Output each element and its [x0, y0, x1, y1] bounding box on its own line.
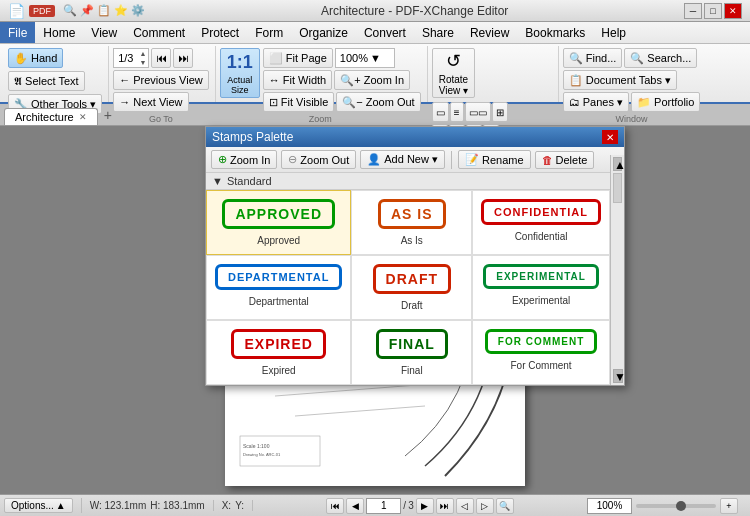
total-pages: 3: [408, 500, 414, 511]
menu-bookmarks[interactable]: Bookmarks: [517, 22, 593, 43]
zoom-dec-button[interactable]: 🔍: [496, 498, 514, 514]
zoom-out-button[interactable]: 🔍− Zoom Out: [336, 92, 420, 112]
select-text-button[interactable]: 𝕬 Select Text: [8, 71, 85, 91]
menu-protect[interactable]: Protect: [193, 22, 247, 43]
next-page-button[interactable]: ▶: [416, 498, 434, 514]
stamp-departmental-cell[interactable]: DEPARTMENTAL Departmental: [206, 255, 351, 320]
go-first-button[interactable]: ⏮: [151, 48, 171, 68]
page-spin[interactable]: 1/3 ▲ ▼: [113, 48, 149, 68]
tab-close-button[interactable]: ✕: [79, 112, 87, 122]
stamps-add-new-button[interactable]: 👤 Add New ▾: [360, 150, 445, 169]
svg-text:Scale 1:100: Scale 1:100: [243, 443, 270, 449]
stamps-title-bar: Stamps Palette ✕: [206, 127, 624, 147]
svg-line-9: [295, 406, 425, 416]
fit-visible-button[interactable]: ⊡ Fit Visible: [263, 92, 335, 112]
fit-width-button[interactable]: ↔ Fit Width: [263, 70, 332, 90]
rotate-view-button[interactable]: ↺ RotateView ▾: [432, 48, 475, 98]
fit-page-button[interactable]: ⬜ Fit Page: [263, 48, 333, 68]
file-menu-icon[interactable]: PDF: [29, 5, 55, 17]
menu-convert[interactable]: Convert: [356, 22, 414, 43]
portfolio-button[interactable]: 📁 Portfolio: [631, 92, 700, 112]
document-tabs-button[interactable]: 📋 Document Tabs ▾: [563, 70, 677, 90]
menu-review[interactable]: Review: [462, 22, 517, 43]
svg-text:Drawing No. ARC-01: Drawing No. ARC-01: [243, 452, 281, 457]
minus-icon: ⊖: [288, 153, 297, 166]
hand-tool-button[interactable]: ✋ Hand: [8, 48, 63, 68]
menu-help[interactable]: Help: [593, 22, 634, 43]
menu-share[interactable]: Share: [414, 22, 462, 43]
stamps-toolbar: ⊕ Zoom In ⊖ Zoom Out 👤 Add New ▾ 📝 Renam…: [206, 147, 624, 173]
stamp-confidential-cell[interactable]: CONFIDENTIAL Confidential: [472, 190, 610, 255]
stamp-draft-cell[interactable]: DRAFT Draft: [351, 255, 472, 320]
scroll-up-button[interactable]: ▲: [613, 157, 622, 171]
section-label: Standard: [227, 175, 272, 187]
options-button[interactable]: Options... ▲: [4, 498, 73, 513]
next-view-button[interactable]: → Next View: [113, 92, 188, 112]
continuous-button[interactable]: ≡: [450, 102, 464, 122]
stamps-title-text: Stamps Palette: [212, 130, 293, 144]
zoom-slider-thumb[interactable]: [676, 501, 686, 511]
menu-form[interactable]: Form: [247, 22, 291, 43]
previous-view-button[interactable]: ← Previous View: [113, 70, 209, 90]
stamps-delete-button[interactable]: 🗑 Delete: [535, 151, 595, 169]
scroll-down-button[interactable]: ▼: [613, 369, 623, 383]
new-tab-button[interactable]: +: [98, 105, 118, 125]
stamp-experimental-cell[interactable]: EXPERIMENTAL Experimental: [472, 255, 610, 320]
menu-comment[interactable]: Comment: [125, 22, 193, 43]
stamp-expired-cell[interactable]: EXPIRED Expired: [206, 320, 351, 385]
stamps-zoom-out-button[interactable]: ⊖ Zoom Out: [281, 150, 356, 169]
prev-page-button[interactable]: ◀: [346, 498, 364, 514]
close-button[interactable]: ✕: [724, 3, 742, 19]
final-stamp: FINAL: [376, 329, 448, 359]
find-button[interactable]: 🔍 Find...: [563, 48, 623, 68]
search-button[interactable]: 🔍 Search...: [624, 48, 697, 68]
pan-left-button[interactable]: ◁: [456, 498, 474, 514]
stamps-close-button[interactable]: ✕: [602, 130, 618, 144]
page-down-arrow[interactable]: ▼: [137, 58, 148, 67]
panes-button[interactable]: 🗂 Panes ▾: [563, 92, 629, 112]
for-comment-label: For Comment: [510, 360, 571, 371]
departmental-stamp: DEPARTMENTAL: [215, 264, 342, 290]
single-page-button[interactable]: ▭: [432, 102, 449, 122]
actual-size-button[interactable]: 1:1 ActualSize: [220, 48, 260, 98]
architecture-tab[interactable]: Architecture ✕: [4, 108, 98, 125]
stamps-scrollbar[interactable]: ▲ ▼: [610, 155, 624, 385]
window-controls[interactable]: ─ □ ✕: [684, 3, 742, 19]
stamps-zoom-in-button[interactable]: ⊕ Zoom In: [211, 150, 277, 169]
page-up-arrow[interactable]: ▲: [137, 49, 148, 58]
page-display-group: ↺ RotateView ▾ ▭ ≡ ▭▭ ⊞ ⊟ ⊠ ⊡ ⊞ Page Dis…: [428, 46, 559, 102]
as-is-stamp: AS IS: [378, 199, 446, 229]
zoom-in-button[interactable]: 🔍+ Zoom In: [334, 70, 410, 90]
go-last-button[interactable]: ⏭: [173, 48, 193, 68]
menu-view[interactable]: View: [83, 22, 125, 43]
plus-icon: ⊕: [218, 153, 227, 166]
zoom-combo[interactable]: 100% ▼: [335, 48, 395, 68]
two-page-button[interactable]: ▭▭: [465, 102, 491, 122]
confidential-stamp: CONFIDENTIAL: [481, 199, 601, 225]
zoom-value-input[interactable]: [587, 498, 632, 514]
stamp-final-cell[interactable]: FINAL Final: [351, 320, 472, 385]
pan-right-button[interactable]: ▷: [476, 498, 494, 514]
draft-stamp: DRAFT: [373, 264, 451, 294]
stamps-rename-button[interactable]: 📝 Rename: [458, 150, 531, 169]
scroll-thumb[interactable]: [613, 173, 622, 203]
menu-file[interactable]: File: [0, 22, 35, 43]
page-number-input[interactable]: [366, 498, 401, 514]
maximize-button[interactable]: □: [704, 3, 722, 19]
stamp-approved-cell[interactable]: APPROVED Approved: [206, 190, 351, 255]
first-page-button[interactable]: ⏮: [326, 498, 344, 514]
experimental-stamp: EXPERIMENTAL: [483, 264, 599, 289]
menu-organize[interactable]: Organize: [291, 22, 356, 43]
stamp-for-comment-cell[interactable]: FOR COMMENT For Comment: [472, 320, 610, 385]
person-icon: 👤: [367, 153, 381, 166]
minimize-button[interactable]: ─: [684, 3, 702, 19]
zoom-slider[interactable]: [636, 504, 716, 508]
goto-group: 1/3 ▲ ▼ ⏮ ⏭ ← Previous View → Next View …: [109, 46, 216, 102]
options-arrow-icon: ▲: [56, 500, 66, 511]
facing-button[interactable]: ⊞: [492, 102, 508, 122]
last-page-button[interactable]: ⏭: [436, 498, 454, 514]
stamp-as-is-cell[interactable]: AS IS As Is: [351, 190, 472, 255]
menu-home[interactable]: Home: [35, 22, 83, 43]
section-collapse-icon[interactable]: ▼: [212, 175, 223, 187]
zoom-in-status-button[interactable]: +: [720, 498, 738, 514]
